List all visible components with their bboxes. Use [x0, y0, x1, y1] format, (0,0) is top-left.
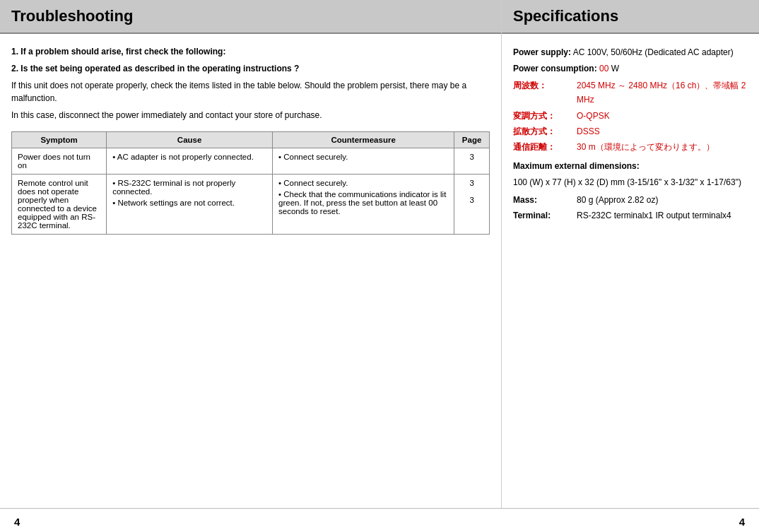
page-footer: 4 4	[0, 508, 759, 532]
trouble-table: Symptom Cause Countermeasure Page Power …	[11, 131, 490, 235]
symptom-2: Remote control unit does not operate pro…	[12, 175, 107, 235]
table-row: Power does not turn on AC adapter is not…	[12, 148, 490, 175]
page-1: 3	[454, 148, 490, 175]
mod-value: O-QPSK	[577, 109, 748, 123]
intro-line1: 1. If a problem should arise, first chec…	[11, 45, 490, 58]
mass-value: 80 g (Approx 2.82 oz)	[577, 193, 748, 207]
specifications-header: Specifications	[502, 0, 759, 34]
spec-mod: 変調方式： O-QPSK	[513, 109, 748, 123]
counter-1: Connect securely.	[273, 148, 454, 175]
range-value: 30 m（環境によって変わります。）	[577, 140, 748, 154]
power-supply-label: Power supply:	[513, 47, 571, 57]
table-row: Remote control unit does not operate pro…	[12, 175, 490, 235]
freq-value: 2045 MHz ～ 2480 MHz（16 ch）、帯域幅 2 MHz	[577, 78, 748, 107]
troubleshooting-header: Troubleshooting	[0, 0, 501, 34]
counter-2-item2: Check that the communications indicator …	[278, 190, 448, 215]
power-consumption-label: Power consumption:	[513, 64, 597, 73]
cause-1-item1: AC adapter is not properly connected.	[112, 153, 266, 161]
spec-mass: Mass: 80 g (Approx 2.82 oz)	[513, 193, 748, 207]
mass-label: Mass:	[513, 193, 577, 207]
cause-2-item2: Network settings are not correct.	[112, 199, 266, 207]
ext-dim-label: Maximum external dimensions:	[513, 161, 640, 171]
terminal-label: Terminal:	[513, 208, 577, 223]
symptom-1: Power does not turn on	[12, 148, 107, 175]
intro-line2: 2. Is the set being operated as describe…	[11, 62, 490, 75]
cause-2: RS-232C terminal is not properly connect…	[107, 175, 273, 235]
power-supply-value: AC 100V, 50/60Hz (Dedicated AC adapter)	[571, 47, 734, 57]
counter-1-item1: Connect securely.	[278, 153, 448, 161]
page-layout: Troubleshooting 1. If a problem should a…	[0, 0, 759, 508]
freq-label: 周波数：	[513, 78, 577, 107]
mod-label: 変調方式：	[513, 109, 577, 123]
col-cause: Cause	[107, 132, 273, 148]
spec-ext-dim-value: 100 (W) x 77 (H) x 32 (D) mm (3-15/16" x…	[513, 175, 748, 189]
spec-freq: 周波数： 2045 MHz ～ 2480 MHz（16 ch）、帯域幅 2 MH…	[513, 78, 748, 107]
page-number-right: 4	[739, 516, 745, 528]
counter-2-item1: Connect securely.	[278, 179, 448, 187]
intro-line4: In this case, disconnect the power immed…	[11, 109, 490, 122]
page-2-row2: 3	[460, 196, 483, 204]
range-label: 通信距離：	[513, 140, 577, 154]
left-content: 1. If a problem should arise, first chec…	[0, 45, 501, 235]
spec-power-supply: Power supply: AC 100V, 50/60Hz (Dedicate…	[513, 45, 748, 59]
terminal-value: RS-232C terminalx1 IR output terminalx4	[577, 208, 748, 223]
power-consumption-value-red: 00	[599, 64, 608, 73]
cause-2-item1: RS-232C terminal is not properly connect…	[112, 179, 266, 196]
right-panel: Specifications Power supply: AC 100V, 50…	[502, 0, 759, 508]
spec-terminal: Terminal: RS-232C terminalx1 IR output t…	[513, 208, 748, 223]
page-2-row1: 3	[460, 179, 483, 187]
page-number-left: 4	[14, 516, 20, 528]
spec-ext-dim: Maximum external dimensions:	[513, 159, 748, 173]
page-2: 3 3	[454, 175, 490, 235]
spec-spread: 拡散方式： DSSS	[513, 124, 748, 138]
right-content: Power supply: AC 100V, 50/60Hz (Dedicate…	[502, 45, 759, 224]
spread-label: 拡散方式：	[513, 124, 577, 138]
counter-2: Connect securely. Check that the communi…	[273, 175, 454, 235]
left-panel: Troubleshooting 1. If a problem should a…	[0, 0, 502, 508]
power-consumption-value-w: W	[608, 64, 619, 73]
col-symptom: Symptom	[12, 132, 107, 148]
intro-section: 1. If a problem should arise, first chec…	[11, 45, 490, 122]
col-countermeasure: Countermeasure	[273, 132, 454, 148]
col-page: Page	[454, 132, 490, 148]
cause-1: AC adapter is not properly connected.	[107, 148, 273, 175]
intro-line3: If this unit does not operate properly, …	[11, 79, 490, 105]
spread-value: DSSS	[577, 124, 748, 138]
spec-power-consumption: Power consumption: 00 W	[513, 61, 748, 76]
spec-range: 通信距離： 30 m（環境によって変わります。）	[513, 140, 748, 154]
